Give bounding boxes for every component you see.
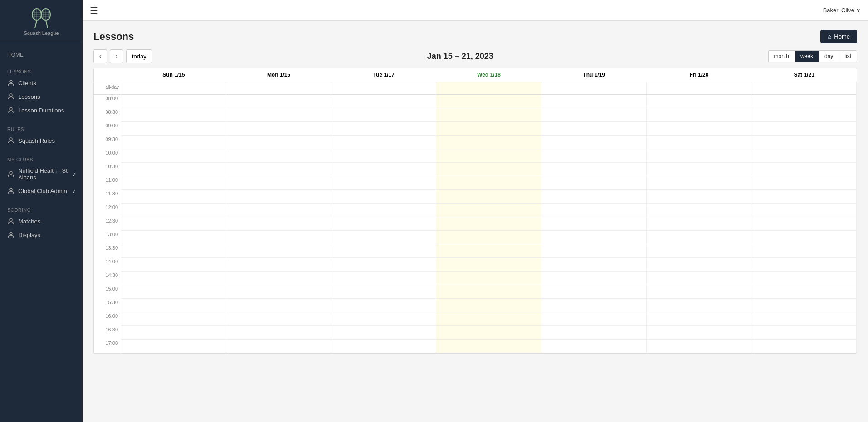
cal-time-cell[interactable]: [751, 272, 857, 285]
cal-time-cell[interactable]: [541, 244, 647, 258]
cal-time-cell[interactable]: [751, 326, 857, 340]
cal-time-cell[interactable]: [436, 272, 541, 285]
cal-time-cell[interactable]: [226, 272, 332, 285]
allday-cell[interactable]: [226, 82, 332, 95]
cal-time-cell[interactable]: [121, 285, 226, 299]
cal-time-cell[interactable]: [541, 312, 647, 326]
allday-cell[interactable]: [121, 82, 226, 95]
cal-time-cell[interactable]: [647, 326, 752, 340]
cal-time-cell[interactable]: [647, 299, 752, 312]
cal-time-cell[interactable]: [436, 176, 541, 190]
cal-next-button[interactable]: ›: [110, 49, 123, 63]
cal-time-cell[interactable]: [541, 95, 647, 108]
cal-time-cell[interactable]: [647, 176, 752, 190]
cal-time-cell[interactable]: [751, 285, 857, 299]
cal-time-cell[interactable]: [226, 312, 332, 326]
cal-prev-button[interactable]: ‹: [93, 49, 107, 63]
cal-time-cell[interactable]: [226, 190, 332, 204]
cal-time-cell[interactable]: [436, 299, 541, 312]
cal-time-cell[interactable]: [751, 122, 857, 136]
cal-time-cell[interactable]: [436, 190, 541, 204]
cal-time-cell[interactable]: [541, 272, 647, 285]
cal-time-cell[interactable]: [331, 204, 436, 217]
cal-time-cell[interactable]: [121, 299, 226, 312]
cal-time-cell[interactable]: [751, 312, 857, 326]
cal-time-cell[interactable]: [121, 217, 226, 231]
cal-time-cell[interactable]: [331, 244, 436, 258]
cal-time-cell[interactable]: [226, 122, 332, 136]
cal-time-cell[interactable]: [541, 217, 647, 231]
cal-time-cell[interactable]: [331, 231, 436, 244]
cal-time-cell[interactable]: [541, 136, 647, 149]
cal-time-cell[interactable]: [331, 108, 436, 122]
cal-time-cell[interactable]: [331, 190, 436, 204]
cal-time-cell[interactable]: [541, 299, 647, 312]
cal-time-cell[interactable]: [541, 326, 647, 340]
sidebar-item-clients[interactable]: Clients: [0, 76, 83, 90]
cal-time-cell[interactable]: [331, 136, 436, 149]
cal-time-cell[interactable]: [121, 258, 226, 272]
cal-time-cell[interactable]: [121, 204, 226, 217]
cal-time-cell[interactable]: [751, 340, 857, 353]
cal-time-cell[interactable]: [541, 231, 647, 244]
cal-time-cell[interactable]: [226, 326, 332, 340]
home-button[interactable]: ⌂ Home: [820, 30, 857, 43]
cal-time-cell[interactable]: [331, 163, 436, 176]
cal-time-cell[interactable]: [331, 149, 436, 163]
cal-time-cell[interactable]: [647, 272, 752, 285]
cal-time-cell[interactable]: [121, 190, 226, 204]
cal-time-cell[interactable]: [436, 204, 541, 217]
cal-time-cell[interactable]: [751, 190, 857, 204]
cal-today-button[interactable]: today: [126, 49, 152, 63]
allday-cell[interactable]: [436, 82, 541, 95]
cal-time-cell[interactable]: [226, 108, 332, 122]
cal-time-cell[interactable]: [541, 285, 647, 299]
cal-time-cell[interactable]: [331, 326, 436, 340]
cal-time-cell[interactable]: [226, 340, 332, 353]
cal-time-cell[interactable]: [121, 149, 226, 163]
cal-view-week[interactable]: week: [795, 51, 819, 62]
sidebar-item-lesson-durations[interactable]: Lesson Durations: [0, 103, 83, 117]
cal-time-cell[interactable]: [226, 136, 332, 149]
cal-time-cell[interactable]: [331, 176, 436, 190]
sidebar-item-displays[interactable]: Displays: [0, 228, 83, 242]
cal-time-cell[interactable]: [541, 149, 647, 163]
cal-time-cell[interactable]: [436, 258, 541, 272]
cal-time-cell[interactable]: [751, 95, 857, 108]
cal-time-cell[interactable]: [121, 136, 226, 149]
cal-time-cell[interactable]: [647, 163, 752, 176]
cal-time-cell[interactable]: [541, 258, 647, 272]
sidebar-item-home[interactable]: HOME: [0, 48, 83, 59]
cal-time-cell[interactable]: [436, 326, 541, 340]
cal-time-cell[interactable]: [541, 108, 647, 122]
cal-time-cell[interactable]: [436, 108, 541, 122]
allday-cell[interactable]: [751, 82, 857, 95]
cal-time-cell[interactable]: [331, 340, 436, 353]
cal-time-cell[interactable]: [226, 176, 332, 190]
user-info[interactable]: Baker, Clive ∨: [823, 7, 861, 14]
cal-time-cell[interactable]: [647, 190, 752, 204]
allday-cell[interactable]: [647, 82, 752, 95]
sidebar-item-nuffield-health[interactable]: Nuffield Health - St Albans ∨: [0, 164, 83, 184]
cal-time-cell[interactable]: [121, 176, 226, 190]
cal-time-cell[interactable]: [121, 163, 226, 176]
cal-time-cell[interactable]: [751, 176, 857, 190]
cal-time-cell[interactable]: [647, 285, 752, 299]
cal-view-day[interactable]: day: [819, 51, 839, 62]
cal-time-cell[interactable]: [647, 258, 752, 272]
cal-time-cell[interactable]: [541, 122, 647, 136]
cal-time-cell[interactable]: [541, 204, 647, 217]
cal-time-cell[interactable]: [331, 122, 436, 136]
hamburger-menu-icon[interactable]: ☰: [90, 5, 98, 16]
cal-time-cell[interactable]: [751, 217, 857, 231]
cal-time-cell[interactable]: [331, 285, 436, 299]
cal-time-cell[interactable]: [751, 299, 857, 312]
sidebar-item-matches[interactable]: Matches: [0, 214, 83, 228]
cal-time-cell[interactable]: [751, 108, 857, 122]
cal-time-cell[interactable]: [226, 217, 332, 231]
cal-time-cell[interactable]: [331, 95, 436, 108]
cal-time-cell[interactable]: [331, 217, 436, 231]
cal-time-cell[interactable]: [226, 231, 332, 244]
cal-time-cell[interactable]: [331, 299, 436, 312]
cal-time-cell[interactable]: [647, 122, 752, 136]
